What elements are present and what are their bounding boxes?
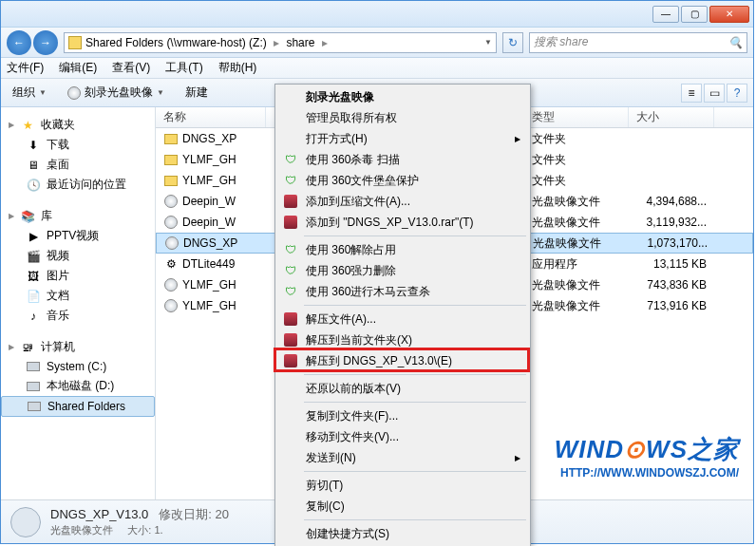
context-menu-item[interactable]: 解压文件(A)... [277, 309, 528, 329]
context-menu-item[interactable]: 🛡使用 360解除占用 [277, 239, 528, 260]
file-name: DNGS_XP [182, 132, 236, 145]
sidebar-item-desktop[interactable]: 🖥桌面 [1, 155, 155, 175]
breadcrumb-segment[interactable]: Shared Folders (\\vmware-host) (Z:) [85, 36, 267, 49]
menu-item-label: 复制(C) [306, 499, 345, 515]
menu-file[interactable]: 文件(F) [7, 60, 44, 76]
sidebar-item-documents[interactable]: 📄文档 [1, 286, 155, 306]
shield-icon: 🛡 [283, 284, 298, 299]
refresh-button[interactable]: ↻ [502, 32, 523, 53]
context-menu-item[interactable]: 🛡使用 360杀毒 扫描 [277, 149, 528, 170]
menu-view[interactable]: 查看(V) [112, 60, 150, 76]
menu-separator [304, 305, 526, 306]
file-type: 文件夹 [524, 152, 629, 168]
file-type: 应用程序 [524, 256, 629, 273]
file-icon [163, 131, 179, 146]
sidebar-item-drive-c[interactable]: System (C:) [1, 357, 155, 376]
context-menu-item[interactable]: 🛡使用 360进行木马云查杀 [277, 281, 528, 302]
file-icon: ⚙ [163, 256, 179, 272]
menu-item-label: 剪切(T) [306, 478, 343, 494]
column-type[interactable]: 类型 [524, 107, 629, 127]
file-name: Deepin_W [182, 216, 236, 229]
drive-icon [27, 382, 40, 391]
context-menu-item[interactable]: 创建快捷方式(S) [277, 523, 528, 544]
video-icon: 🎬 [26, 249, 41, 264]
file-icon [163, 298, 179, 313]
sidebar-favorites-header[interactable]: ▶ ★ 收藏夹 [1, 115, 155, 135]
context-menu-item[interactable]: 添加到 "DNGS_XP_V13.0.rar"(T) [277, 212, 528, 233]
column-size[interactable]: 大小 [629, 107, 714, 127]
sidebar-libraries-header[interactable]: ▶ 📚 库 [1, 206, 155, 226]
context-menu-item[interactable]: 🛡使用 360强力删除 [277, 260, 528, 281]
back-button[interactable]: ← [7, 30, 31, 55]
context-menu-item[interactable]: 剪切(T) [277, 475, 528, 496]
close-button[interactable]: ✕ [709, 6, 749, 23]
file-type: 光盘映像文件 [525, 235, 630, 252]
sidebar-item-downloads[interactable]: ⬇下载 [1, 135, 155, 155]
breadcrumb-segment[interactable]: share [286, 36, 314, 49]
menu-item-label: 打开方式(H) [306, 131, 368, 147]
organize-button[interactable]: 组织▼ [7, 83, 52, 103]
menu-help[interactable]: 帮助(H) [218, 60, 257, 76]
sidebar-item-music[interactable]: ♪音乐 [1, 306, 155, 326]
sidebar-item-pptv[interactable]: ▶PPTV视频 [1, 226, 155, 246]
column-name[interactable]: 名称 [156, 107, 266, 127]
document-icon: 📄 [26, 289, 41, 304]
address-bar[interactable]: Shared Folders (\\vmware-host) (Z:) ▸ sh… [64, 32, 497, 53]
file-icon [164, 235, 180, 251]
shield-icon: 🛡 [283, 173, 298, 188]
context-menu-item[interactable]: 复制(C) [277, 496, 528, 517]
file-icon [163, 194, 179, 209]
menu-tools[interactable]: 工具(T) [165, 60, 202, 76]
context-menu: 刻录光盘映像管理员取得所有权打开方式(H)▶🛡使用 360杀毒 扫描🛡使用 36… [274, 84, 531, 546]
file-icon [163, 215, 179, 230]
shield-icon: 🛡 [283, 152, 298, 167]
file-name: YLMF_GH [182, 153, 236, 166]
watermark: WIND⊙WS之家 HTTP://WWW.WINDOWSZJ.COM/ [555, 433, 739, 480]
sidebar-item-recent[interactable]: 🕓最近访问的位置 [1, 175, 155, 195]
minimize-button[interactable]: — [652, 6, 679, 23]
sidebar-computer-header[interactable]: ▶ 🖳 计算机 [1, 337, 155, 357]
context-menu-item[interactable]: 解压到当前文件夹(X) [277, 329, 528, 350]
collapse-icon[interactable]: ▶ [9, 343, 14, 351]
menu-edit[interactable]: 编辑(E) [59, 60, 97, 76]
burn-button[interactable]: 刻录光盘映像▼ [62, 83, 170, 103]
file-icon [163, 277, 179, 292]
newfolder-button[interactable]: 新建 [180, 83, 214, 103]
forward-button[interactable]: → [33, 30, 58, 55]
file-name: YLMF_GH [182, 299, 236, 312]
context-menu-item[interactable]: 打开方式(H)▶ [277, 128, 528, 149]
context-menu-item[interactable]: 复制到文件夹(F)... [277, 405, 528, 426]
search-icon[interactable]: 🔍 [728, 36, 743, 49]
drive-icon [68, 36, 82, 49]
context-menu-item[interactable]: 移动到文件夹(V)... [277, 426, 528, 447]
music-icon: ♪ [26, 309, 41, 324]
context-menu-item[interactable]: 刻录光盘映像 [277, 86, 528, 107]
file-type: 文件夹 [524, 173, 629, 189]
sidebar-item-shared-folders[interactable]: Shared Folders [1, 396, 155, 417]
file-size: 4,394,688... [629, 195, 714, 208]
context-menu-item[interactable]: 发送到(N)▶ [277, 447, 528, 468]
star-icon: ★ [20, 118, 35, 133]
context-menu-item[interactable]: 🛡使用 360文件堡垒保护 [277, 170, 528, 191]
collapse-icon[interactable]: ▶ [9, 121, 14, 129]
maximize-button[interactable]: ▢ [681, 6, 708, 23]
menu-item-label: 还原以前的版本(V) [306, 381, 401, 397]
context-menu-item[interactable]: 添加到压缩文件(A)... [277, 191, 528, 212]
help-button[interactable]: ? [727, 84, 747, 103]
menu-item-label: 发送到(N) [306, 450, 356, 466]
view-mode-button[interactable]: ≡ [681, 84, 702, 103]
preview-pane-button[interactable]: ▭ [704, 84, 725, 103]
context-menu-item[interactable]: 解压到 DNGS_XP_V13.0\(E) [277, 350, 528, 371]
collapse-icon[interactable]: ▶ [9, 212, 14, 220]
sidebar-item-drive-d[interactable]: 本地磁盘 (D:) [1, 376, 155, 396]
dropdown-icon[interactable]: ▼ [484, 38, 492, 47]
search-input[interactable]: 搜索 share 🔍 [529, 32, 747, 53]
menu-item-label: 创建快捷方式(S) [306, 526, 389, 542]
sidebar-item-pictures[interactable]: 🖼图片 [1, 266, 155, 286]
menu-item-label: 使用 360杀毒 扫描 [306, 152, 400, 168]
menu-item-label: 使用 360进行木马云查杀 [306, 284, 430, 300]
menu-item-label: 解压到 DNGS_XP_V13.0\(E) [306, 353, 452, 369]
context-menu-item[interactable]: 还原以前的版本(V) [277, 378, 528, 399]
sidebar-item-videos[interactable]: 🎬视频 [1, 246, 155, 266]
context-menu-item[interactable]: 管理员取得所有权 [277, 107, 528, 128]
